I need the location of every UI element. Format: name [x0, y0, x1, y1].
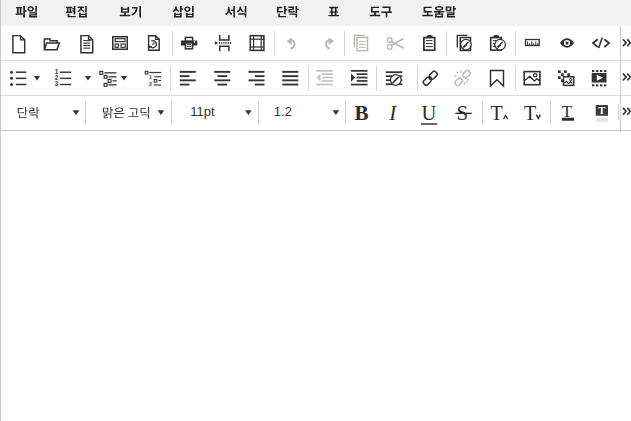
svg-text:I: I — [388, 101, 397, 125]
svg-text:T: T — [598, 105, 605, 116]
svg-text:T: T — [524, 102, 536, 124]
svg-text:T: T — [491, 102, 503, 124]
svg-text:T: T — [562, 102, 573, 121]
svg-text:3: 3 — [55, 80, 59, 87]
svg-text:2: 2 — [149, 81, 152, 87]
svg-text:B: B — [355, 101, 369, 125]
svg-text:11pt: 11pt — [190, 104, 215, 119]
svg-text:1.2: 1.2 — [274, 104, 292, 119]
svg-text:U: U — [422, 102, 437, 124]
svg-text:1: 1 — [149, 74, 152, 80]
